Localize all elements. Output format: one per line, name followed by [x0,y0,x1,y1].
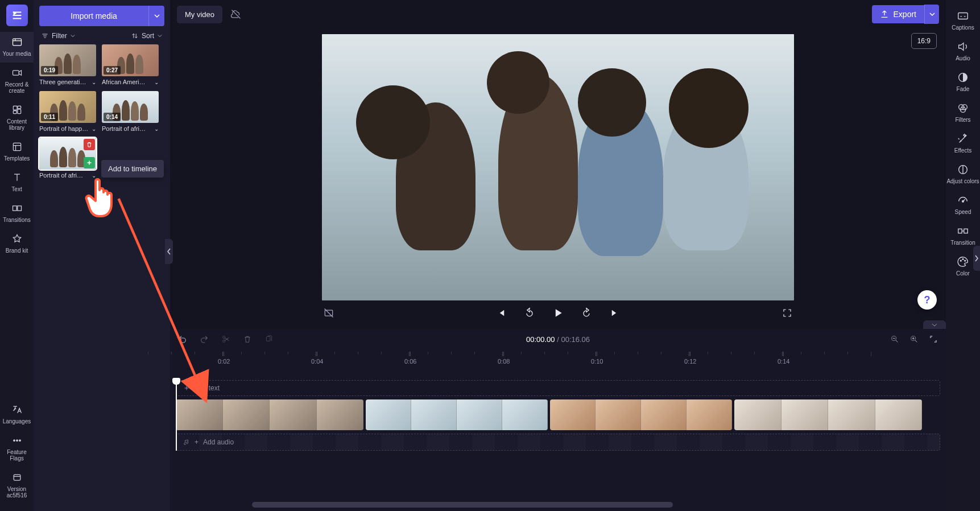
video-track[interactable] [176,399,940,430]
chevron-down-icon[interactable]: ⌄ [92,79,96,85]
svg-point-30 [962,259,964,260]
sidebar-item-version[interactable]: Version ac5f516 [0,467,34,504]
media-clip[interactable]: 0:11 Portrait of happy…⌄ [39,91,96,132]
media-clip-selected[interactable]: Portrait of afri…⌄ [39,138,96,179]
sort-button[interactable]: Sort [131,32,162,40]
chevron-down-icon[interactable]: ⌄ [92,126,96,132]
chevron-down-icon [929,11,935,17]
sidebar-item-adjust-colors[interactable]: Adjust colors [946,158,980,189]
filter-button[interactable]: Filter [42,32,75,40]
chevron-down-icon[interactable]: ⌄ [92,172,96,179]
adjust-icon [946,163,980,176]
add-text-track[interactable]: Add text [176,380,940,396]
timeline-clip[interactable] [550,399,732,430]
sidebar-item-languages[interactable]: Languages [0,399,34,430]
timeline-toolbar: 00:00.00 / 00:16.06 [170,329,946,349]
play-button[interactable] [551,306,565,320]
undo-button[interactable] [178,335,187,344]
seek-back-button[interactable] [523,306,536,320]
sidebar-item-your-media[interactable]: Your media [0,32,34,63]
svg-point-16 [223,336,225,339]
media-clip[interactable]: 0:19 Three generati…⌄ [39,44,96,85]
audio-icon [946,40,980,53]
nav-label: Adjust colors [946,178,980,184]
timeline-clip[interactable] [734,399,922,430]
svg-point-11 [16,440,18,442]
skip-start-button[interactable] [494,306,508,320]
timeline-clip[interactable] [176,399,363,430]
chevron-down-icon [158,34,162,38]
timeline-ruler[interactable]: 0:020:040:060:080:100:120:14 [170,352,946,365]
playhead[interactable] [176,380,177,451]
app-logo[interactable] [6,5,28,26]
sidebar-item-transitions[interactable]: Transitions [0,198,34,229]
export-button[interactable]: Export [872,5,924,23]
chevron-down-icon[interactable]: ⌄ [154,79,159,85]
scrollbar-thumb[interactable] [252,502,672,508]
zoom-out-button[interactable] [890,335,899,344]
sidebar-item-record-create[interactable]: Record & create [0,63,34,100]
fullscreen-button[interactable] [780,306,794,320]
left-sidebar: Your media Record & create Content libra… [0,0,34,511]
sidebar-item-brand-kit[interactable]: Brand kit [0,229,34,259]
version-icon [0,471,34,484]
expand-right-tray-button[interactable] [923,320,946,329]
hide-safe-zones-button[interactable] [322,306,336,320]
svg-point-29 [960,260,961,261]
sidebar-item-speed[interactable]: Speed [946,189,980,220]
ruler-tick: 0:14 [778,352,789,365]
add-audio-track[interactable]: + Add audio [176,434,940,451]
speed-icon [946,193,980,207]
add-to-timeline-button[interactable] [84,157,95,168]
nav-label: Text [0,186,34,192]
nav-label: Effects [946,147,980,154]
export-dropdown-button[interactable] [924,5,939,24]
brand-icon [0,232,34,246]
filter-icon [42,32,48,39]
help-button[interactable]: ? [917,290,937,310]
timecode: 00:00.00 / 00:16.06 [526,335,590,344]
nav-label: Transition [946,240,980,246]
captions-icon [946,9,980,23]
sidebar-item-text[interactable]: Text [0,167,34,198]
trash-button[interactable] [243,335,252,344]
nav-label: Captions [946,24,980,31]
sidebar-item-fade[interactable]: Fade [946,66,980,97]
chevron-down-icon[interactable]: ⌄ [154,126,159,132]
sidebar-item-effects[interactable]: Effects [946,127,980,158]
sidebar-item-audio[interactable]: Audio [946,35,980,66]
playback-controls [322,306,794,320]
import-media-dropdown[interactable] [148,6,164,26]
media-clip[interactable]: 0:27 African Ameri…⌄ [102,44,159,85]
media-clip[interactable]: 0:14 Portrait of afri…⌄ [102,91,159,132]
trash-icon [86,141,93,148]
timeline-scrollbar[interactable] [176,502,940,508]
duplicate-button[interactable] [264,335,274,344]
seek-forward-button[interactable] [580,306,593,320]
sidebar-item-content-library[interactable]: Content library [0,100,34,137]
sort-label: Sort [142,32,154,40]
clip-name: African Ameri… [102,79,152,85]
preview-canvas[interactable] [322,34,794,300]
skip-end-button[interactable] [608,306,622,320]
zoom-fit-button[interactable] [929,335,938,344]
delete-clip-button[interactable] [84,139,95,150]
plus-icon [183,385,190,392]
sidebar-item-feature-flags[interactable]: Feature Flags [0,430,34,467]
sidebar-item-templates[interactable]: Templates [0,137,34,167]
cloud-sync-off-icon[interactable] [230,9,242,20]
aspect-ratio-button[interactable]: 16:9 [911,33,937,49]
video-title-input[interactable]: My video [177,6,222,23]
zoom-in-button[interactable] [909,335,919,344]
split-button[interactable] [221,335,230,344]
redo-button[interactable] [200,335,209,344]
nav-label: Record & create [0,81,34,94]
media-panel: Import media Filter Sort 0:19 Three gene… [34,0,170,511]
collapse-right-panel-button[interactable] [973,246,980,271]
sidebar-item-captions[interactable]: Captions [946,5,980,35]
nav-label: Filters [946,117,980,123]
import-media-button[interactable]: Import media [39,6,148,26]
add-to-timeline-tooltip: Add to timeline [101,160,164,178]
timeline-clip[interactable] [366,399,548,430]
sidebar-item-filters[interactable]: Filters [946,97,980,127]
